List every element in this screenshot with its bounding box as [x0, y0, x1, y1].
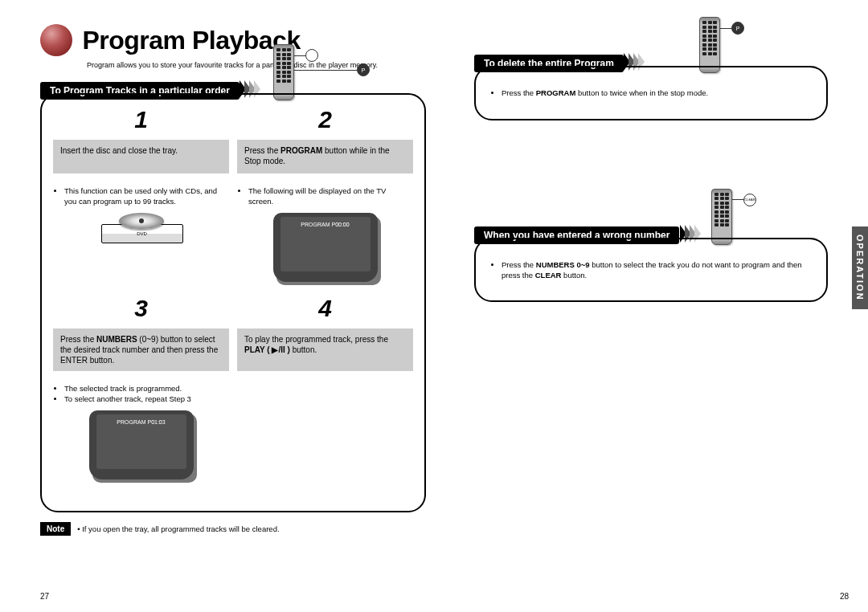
remote-callout-icon: CLEAR: [732, 194, 756, 206]
header: Program Playback Program allows you to s…: [40, 24, 426, 69]
step-3-number: 3: [53, 295, 229, 322]
remote-control-icon: P: [699, 17, 722, 73]
page-number-left: 27: [40, 592, 49, 601]
wrong-number-box: Press the NUMBERS 0~9 button to select t…: [474, 238, 828, 303]
step-1-instruction: Insert the disc and close the tray.: [53, 140, 229, 173]
step-2-note: The following will be displayed on the T…: [237, 183, 413, 210]
page-subtitle: Program allows you to store your favouri…: [87, 61, 426, 69]
step-4-number: 4: [237, 295, 413, 322]
page-number-right: 28: [840, 592, 849, 601]
red-sphere-icon: [40, 24, 72, 56]
clear-button-icon: CLEAR: [743, 194, 756, 206]
remote-control-icon: P: [273, 44, 296, 100]
note-label: Note: [40, 522, 71, 536]
step-2-number: 2: [237, 106, 413, 133]
step-2-instruction: Press the PROGRAM button while in the St…: [237, 140, 413, 173]
disc-tray-icon: DVD: [101, 213, 182, 243]
step-1-note: This function can be used only with CDs,…: [53, 183, 229, 210]
tv-screen-icon: PROGRAM P00:00: [273, 213, 378, 282]
delete-program-box: Press the PROGRAM button to twice when i…: [474, 66, 828, 120]
step-3-notes: The selected track is programmed. To sel…: [53, 381, 229, 408]
side-tab-operation: OPERATION: [852, 226, 868, 309]
tv-screen-icon: PROGRAM P01:03: [89, 410, 194, 479]
program-button-icon: P: [357, 63, 370, 76]
note-row: Note • If you open the tray, all program…: [40, 522, 426, 536]
page-title: Program Playback: [82, 26, 300, 55]
remote-callout-icon: [294, 49, 318, 62]
step-3-instruction: Press the NUMBERS (0~9) button to select…: [53, 328, 229, 371]
step-4-instruction: To play the programmed track, press the …: [237, 328, 413, 371]
step-1-number: 1: [53, 106, 229, 133]
remote-callout-icon: P: [720, 22, 744, 35]
remote-control-icon: CLEAR: [711, 189, 734, 245]
program-button-icon: P: [731, 22, 744, 35]
program-steps-box: 1 2 Insert the disc and close the tray. …: [40, 93, 426, 512]
